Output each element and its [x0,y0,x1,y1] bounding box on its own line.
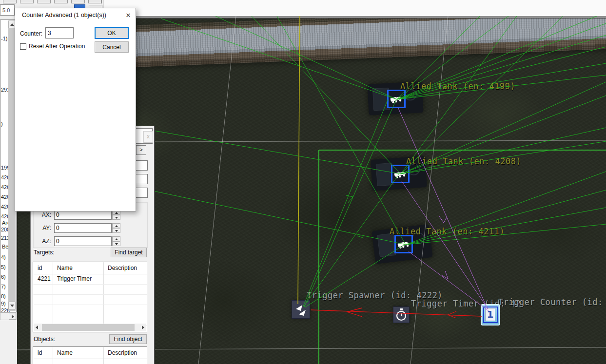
counter-advanced-dialog: Counter Advanced (1 object(s)) ✕ Counter… [15,8,136,211]
scroll-right-button[interactable] [9,313,16,320]
table-row[interactable] [33,294,147,305]
spin-down-button[interactable] [112,228,120,233]
ay-spinner[interactable] [112,223,120,233]
cell-name: Trigger Timer [53,274,108,284]
edit-field-partial[interactable] [135,188,148,198]
reset-after-operation-checkbox[interactable] [20,43,26,50]
ax-label: AX: [38,211,51,218]
expand-button[interactable]: > [136,145,146,155]
up-arrow-icon [115,212,118,214]
toolbar-button[interactable] [88,0,102,3]
column-header-name: Name [53,347,108,359]
table-row[interactable] [33,284,147,295]
toolbar-divider [101,0,101,4]
column-header-description: Description [103,262,151,274]
column-header-name: Name [53,262,108,274]
spin-down-button[interactable] [112,241,120,246]
list-item[interactable]: 9) [1,301,6,308]
left-arrow-icon [36,326,38,329]
counter-value-input[interactable] [45,27,74,38]
counter-field-label: Counter: [20,30,42,37]
right-arrow-icon [142,326,144,329]
spin-up-button[interactable] [112,223,120,228]
list-item[interactable]: 5) [1,264,6,271]
scale-value-field[interactable]: 5.0 [0,4,15,16]
toolbar-button[interactable] [20,0,34,3]
down-arrow-icon [115,243,118,245]
list-item[interactable]: 4) [1,254,6,262]
targets-table[interactable]: id Name Description 4221 Trigger Timer [33,262,147,332]
objects-label: Objects: [34,336,55,343]
panel-top-field[interactable]: x [134,128,153,144]
list-item[interactable]: 7) [1,284,6,291]
spin-up-button[interactable] [112,236,120,241]
scroll-down-button[interactable] [8,302,16,309]
list-item[interactable]: 8) [1,293,6,301]
up-arrow-icon [10,23,14,26]
table-header-row: id Name Description [33,262,147,274]
column-header-description: Description [103,347,151,359]
up-arrow-icon [115,225,118,227]
cancel-button[interactable]: Cancel [95,41,129,53]
scroll-left-button[interactable] [34,324,41,331]
objects-table[interactable]: id Name Description [33,346,147,364]
az-input[interactable] [54,236,112,246]
table-header-row: id Name Description [33,347,147,359]
editor-window: Allied Tank (en: 4199) Allied Tank (en: … [0,0,606,364]
table-row[interactable] [33,305,147,315]
column-separator [103,347,104,364]
ax-spinner[interactable] [112,210,120,220]
column-separator [53,347,53,364]
list-item[interactable]: 6) [1,274,6,281]
toolbar-button[interactable] [54,0,68,3]
clear-x-button[interactable]: x [143,131,153,143]
edit-field-partial[interactable] [135,160,148,171]
ay-input[interactable] [54,223,112,233]
down-arrow-icon [10,305,14,307]
ay-label: AY: [38,225,51,231]
reset-checkbox-label: Reset After Operation [29,43,85,50]
table-row[interactable]: 4221 Trigger Timer [33,274,147,285]
ax-input[interactable] [54,210,112,220]
horizontal-scrollbar[interactable] [0,312,17,320]
down-arrow-icon [115,230,118,232]
find-target-button[interactable]: Find target [111,248,147,257]
ok-button[interactable]: OK [95,27,129,39]
table-horizontal-scrollbar[interactable] [34,324,146,331]
find-object-button[interactable]: Find object [109,334,147,344]
list-item[interactable]: -1) [1,36,7,43]
object-listbox[interactable]: -1) 291 ) 199 420 420 420 420 420 Area 2… [0,19,17,312]
az-spinner[interactable] [112,236,120,246]
toolbar-button[interactable] [71,0,85,3]
down-arrow-icon [115,217,118,219]
close-icon[interactable]: ✕ [122,10,135,21]
edit-field-partial[interactable] [135,174,148,184]
az-label: AZ: [38,238,51,245]
spin-down-button[interactable] [112,215,120,220]
scroll-right-button[interactable] [139,324,146,331]
toolbar-button[interactable] [3,0,17,3]
dialog-title: Counter Advanced (1 object(s)) [22,12,106,19]
up-arrow-icon [115,238,118,240]
list-item[interactable]: ) [1,121,3,128]
right-arrow-icon [12,315,14,319]
scrollbar-thumb[interactable] [42,324,135,331]
toolbar-button[interactable] [37,0,51,3]
targets-label: Targets: [34,249,55,256]
